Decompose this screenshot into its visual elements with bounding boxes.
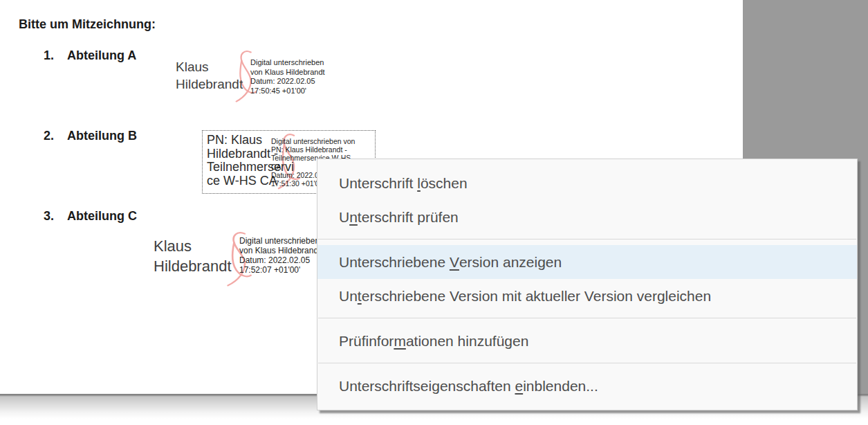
list-number-3: 3. [44,209,54,224]
list-number-2: 2. [44,129,54,143]
signature-1-details[interactable]: Digital unterschrieben von Klaus Hildebr… [250,58,325,96]
menu-item-pruefinformationen-hinzufuegen[interactable]: Prüfinformationen hinzufügen [317,324,857,358]
signature-3-details[interactable]: Digital unterschrieben von Klaus Hildebr… [239,236,320,275]
menu-separator [318,318,856,318]
access-key: e [515,378,523,395]
menu-item-label: Prüfinfor [339,333,394,350]
menu-separator [318,239,856,239]
menu-item-label: Unterschrift [339,175,417,192]
menu-item-label: öschen [421,175,468,192]
menu-item-label: ationen hinzufügen [406,333,529,350]
list-label-abteilung-c: Abteilung C [67,209,137,224]
menu-item-label: erschriebene Version mit aktueller Versi… [362,288,711,305]
menu-item-label: terschrift prüfen [358,209,459,226]
document-title: Bitte um Mitzeichnung: [19,17,156,32]
access-key: m [394,333,406,350]
menu-item-label: Un [339,288,358,305]
menu-item-label: Unterschriftseigenschaften [339,378,515,395]
menu-item-label: U [339,209,349,226]
menu-item-unterschriebene-version-anzeigen[interactable]: Unterschriebene Version anzeigen [317,245,857,279]
signature-3-name[interactable]: Klaus Hildebrandt [154,236,232,276]
menu-item-label: Unterschriebene [339,254,450,271]
list-label-abteilung-b: Abteilung B [67,129,137,143]
menu-item-label: ersion anzeigen [459,254,562,271]
menu-item-version-vergleichen[interactable]: Unterschriebene Version mit aktueller Ve… [317,279,857,313]
menu-item-unterschrift-pruefen[interactable]: Unterschrift prüfen [317,200,857,234]
list-number-1: 1. [44,48,54,63]
list-label-abteilung-a: Abteilung A [67,48,136,63]
signature-context-menu: Unterschrift löschen Unterschrift prüfen… [317,159,858,410]
menu-item-label: inblenden... [523,378,598,395]
menu-item-unterschriftseigenschaften-einblenden[interactable]: Unterschriftseigenschaften einblenden... [317,369,857,403]
menu-item-unterschrift-loeschen[interactable]: Unterschrift löschen [317,166,857,200]
access-key: n [349,209,358,226]
menu-separator [318,363,856,363]
signature-1-name[interactable]: Klaus Hildebrandt [176,58,243,93]
access-key: V [450,254,459,271]
acrobat-document-view: Bitte um Mitzeichnung: 1. Abteilung A 2.… [0,0,868,425]
